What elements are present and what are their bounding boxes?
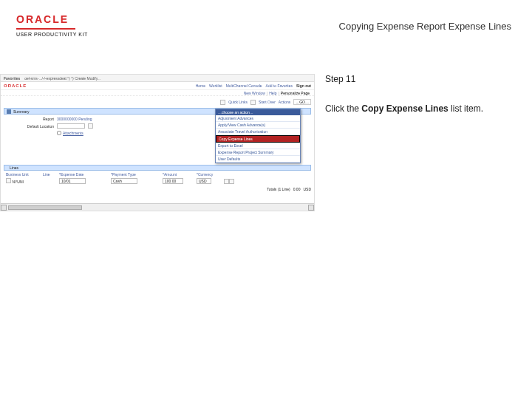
cell-bu: NYUNI xyxy=(12,180,24,184)
app-nav: Home Worklist MultiChannel Console Add t… xyxy=(196,83,311,88)
col-currency: *Currency xyxy=(194,172,224,177)
summary-title: Summary xyxy=(13,109,29,114)
lookup-icon[interactable] xyxy=(220,100,225,105)
dropdown-header: …choose an action… xyxy=(216,109,300,115)
dropdown-item-user-defaults[interactable]: User Defaults xyxy=(216,156,300,163)
dropdown-item-export-excel[interactable]: Export to Excel xyxy=(216,143,300,149)
product-name: USER PRODUCTIVITY KIT xyxy=(16,32,88,37)
col-amount: *Amount xyxy=(160,172,194,177)
cell-date[interactable]: 10/01 xyxy=(59,178,86,184)
breadcrumb-help[interactable]: Help xyxy=(269,91,276,95)
horizontal-scrollbar[interactable] xyxy=(1,203,314,211)
dropdown-item-apply-view-cash-advances[interactable]: Apply/View Cash Advance(s) xyxy=(216,122,300,129)
lookup-icon[interactable] xyxy=(88,123,93,129)
delete-row-icon[interactable] xyxy=(229,179,234,184)
paperclip-icon xyxy=(57,131,61,135)
embedded-screenshot: Favorites oel-sms-.../-/-expressdeal.°) … xyxy=(0,74,315,211)
collapse-icon[interactable] xyxy=(7,109,11,114)
actions-dropdown[interactable]: …choose an action… Adjustment Advances A… xyxy=(215,109,301,163)
app-brand: ORACLE xyxy=(4,83,27,88)
app-header: ORACLE Home Worklist MultiChannel Consol… xyxy=(1,82,314,90)
browser-favorites: Favorites xyxy=(4,76,20,81)
nav-worklist[interactable]: Worklist xyxy=(209,83,222,88)
totals-amount: 0.00 xyxy=(293,187,301,191)
lines-bar[interactable]: Lines xyxy=(4,165,311,171)
lines-title: Lines xyxy=(10,166,18,170)
actions-select[interactable]: …GO… xyxy=(293,99,311,105)
brand-underline xyxy=(16,28,75,30)
breadcrumb-sep: | xyxy=(278,91,279,95)
attachments-link[interactable]: Attachments xyxy=(57,131,83,135)
dropdown-item-project-summary[interactable]: Expense Report Project Summary xyxy=(216,149,300,156)
breadcrumb: New Window | Help | Personalize Page xyxy=(1,90,314,96)
cell-payment-type[interactable]: Cash xyxy=(111,178,137,184)
quick-links-label[interactable]: Quick Links xyxy=(228,100,248,104)
add-row-icon[interactable] xyxy=(224,179,229,184)
brand-mark: ORACLE xyxy=(16,13,69,25)
totals-row: Totals (1 Line) 0.00 USD xyxy=(4,187,311,191)
table-row: NYUNI 10/01 Cash 100.00 USD xyxy=(4,178,311,184)
instruction-text: Click the Copy Expense Lines list item. xyxy=(325,103,526,115)
instruction-prefix: Click the xyxy=(325,103,361,114)
dropdown-item-copy-expense-lines[interactable]: Copy Expense Lines xyxy=(216,135,300,143)
scroll-left-icon[interactable] xyxy=(1,205,7,211)
col-business-unit: Business Unit xyxy=(4,172,41,177)
scrollbar-thumb[interactable] xyxy=(8,205,82,210)
report-label: Report xyxy=(4,117,54,121)
attachments-label: Attachments xyxy=(63,131,83,135)
breadcrumb-sep: | xyxy=(267,91,267,95)
page-title: Copying Expense Report Expense Lines xyxy=(339,13,519,32)
cell-amount[interactable]: 100.00 xyxy=(163,178,183,184)
browser-url-bar: Favorites oel-sms-.../-/-expressdeal.°) … xyxy=(1,75,314,82)
totals-currency: USD xyxy=(303,187,311,191)
nav-home[interactable]: Home xyxy=(196,83,205,88)
nav-add-favorites[interactable]: Add to Favorites xyxy=(266,83,293,88)
browser-url-text: oel-sms-.../-/-expressdeal.°) °) Create … xyxy=(24,76,311,81)
default-location-label: Default Location xyxy=(4,124,54,129)
totals-label: Totals (1 Line) xyxy=(267,187,290,191)
instruction-bold: Copy Expense Lines xyxy=(361,103,448,114)
nav-signout[interactable]: Sign out xyxy=(296,83,311,88)
scroll-right-icon[interactable] xyxy=(308,205,314,211)
instruction-suffix: list item. xyxy=(449,103,483,114)
cell-currency[interactable]: USD xyxy=(197,178,211,184)
col-line: Line xyxy=(41,172,57,177)
nav-multichannel[interactable]: MultiChannel Console xyxy=(226,83,262,88)
breadcrumb-new-window[interactable]: New Window xyxy=(244,91,265,95)
report-value: 3000000000 Pending xyxy=(57,117,92,121)
magnify-icon[interactable] xyxy=(250,100,256,105)
col-expense-date: *Expense Date xyxy=(57,172,109,177)
dropdown-item-associate-travel-auth[interactable]: Associate Travel Authorization xyxy=(216,129,300,135)
step-label: Step 11 xyxy=(325,74,526,84)
breadcrumb-personalize[interactable]: Personalize Page xyxy=(281,91,310,95)
quick-links-row: Quick Links Start Over Actions …GO… xyxy=(4,99,311,105)
oracle-upk-logo: ORACLE USER PRODUCTIVITY KIT xyxy=(16,13,88,37)
lines-table-header: Business Unit Line *Expense Date *Paymen… xyxy=(4,172,311,177)
line-expand-icon[interactable] xyxy=(6,178,11,183)
col-payment-type: *Payment Type xyxy=(109,172,160,177)
default-location-input[interactable] xyxy=(57,123,85,129)
start-over-link[interactable]: Start Over xyxy=(259,100,276,104)
dropdown-item-adjustment-advances[interactable]: Adjustment Advances xyxy=(216,115,300,122)
actions-label: Actions xyxy=(279,100,290,104)
